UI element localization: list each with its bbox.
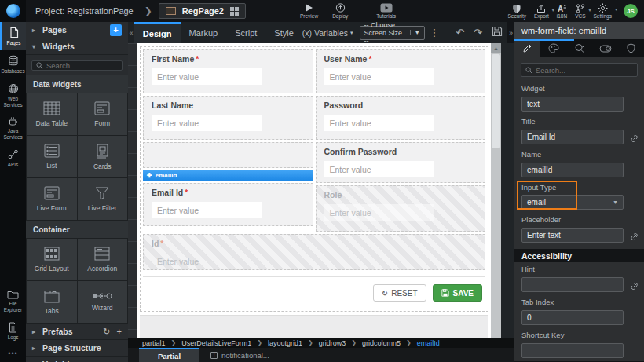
rail-item-java-services[interactable]: Java Services <box>0 112 26 144</box>
deploy-button[interactable]: Deploy <box>332 3 348 19</box>
add-page-button[interactable]: + <box>110 24 122 36</box>
pages-section-header[interactable]: ▸ Pages + <box>26 22 128 38</box>
screen-size-select[interactable]: -- Choose Screen Size -- ▼ <box>360 26 425 40</box>
widget-cards[interactable]: Cards <box>78 136 128 177</box>
user-avatar[interactable]: JS <box>624 4 638 18</box>
widget-data-table[interactable]: Data Table <box>27 93 77 135</box>
breadcrumb-layoutgrid1[interactable]: layoutgrid1 <box>268 339 302 347</box>
undo-button[interactable]: ↶ <box>456 27 464 38</box>
more-options-button[interactable]: ⋮ <box>430 27 440 38</box>
prefabs-section-header[interactable]: ▸ Prefabs ↻+ <box>26 324 128 340</box>
field-confirm-password[interactable]: Confirm Password Enter value <box>316 142 486 183</box>
variables-dropdown[interactable]: (x) Variables ▾ <box>302 28 353 38</box>
rail-item-web-services[interactable]: Web Services <box>0 79 26 112</box>
empty-grid-cell[interactable] <box>143 142 313 168</box>
rail-item-databases[interactable]: Databases <box>0 50 26 79</box>
preview-button[interactable]: Preview <box>300 3 318 19</box>
tab-properties[interactable] <box>514 39 540 57</box>
save-page-button[interactable] <box>492 26 503 39</box>
last-name-input[interactable]: Enter value <box>152 115 262 131</box>
breadcrumb-userdetailsliveform1[interactable]: UserDetailsLiveForm1 <box>181 339 251 347</box>
breadcrumb-emailid[interactable]: emailId <box>417 339 440 347</box>
tab-events[interactable] <box>566 39 592 57</box>
tab-security[interactable] <box>618 39 644 57</box>
input-type-select[interactable]: email ▼ <box>521 195 624 210</box>
tab-style[interactable]: Style <box>265 22 302 43</box>
reset-button[interactable]: ↻ RESET <box>373 284 426 302</box>
widget-live-form[interactable]: Live Form <box>27 178 77 220</box>
add-prefab-button[interactable]: + <box>117 327 122 337</box>
properties-search[interactable] <box>521 63 638 77</box>
widget-accordion[interactable]: Accordion <box>78 239 128 280</box>
app-logo[interactable] <box>0 0 26 22</box>
tab-markup[interactable]: Markup <box>181 22 227 43</box>
user-name-input[interactable]: Enter value <box>324 68 434 85</box>
field-role-hidden[interactable]: Role Enter value <box>316 185 486 232</box>
redo-button[interactable]: ↷ <box>474 27 482 38</box>
tutorials-button[interactable]: Tutorials <box>376 3 396 19</box>
page-footer-area[interactable] <box>140 315 488 338</box>
widget-value-input[interactable] <box>521 97 624 112</box>
widget-search-input[interactable] <box>46 61 117 70</box>
breadcrumb-partial1[interactable]: partial1 <box>142 339 166 347</box>
role-input[interactable]: Enter value <box>324 204 434 221</box>
page-structure-section-header[interactable]: ▸ Page Structure <box>26 340 128 357</box>
refresh-icon[interactable]: ↻ <box>103 327 110 337</box>
bind-title-button[interactable] <box>630 132 639 146</box>
widget-live-filter[interactable]: Live Filter <box>78 178 128 220</box>
tab-design[interactable]: Design <box>134 22 181 43</box>
breadcrumb-gridrow3[interactable]: gridrow3 <box>319 339 346 347</box>
properties-search-input[interactable] <box>536 66 622 75</box>
shortcut-key-value-input[interactable] <box>521 343 624 358</box>
rail-item-pages[interactable]: Pages <box>0 22 26 50</box>
live-form-container[interactable]: First Name* Enter value Last Name Enter … <box>140 46 488 312</box>
save-button[interactable]: SAVE <box>433 284 483 302</box>
id-input[interactable]: Enter value <box>152 253 386 269</box>
rail-item-file-explorer[interactable]: File Explorer <box>0 285 26 317</box>
scrollbar-thumb[interactable] <box>492 54 500 148</box>
i18n-button[interactable]: A i18N <box>557 4 567 19</box>
field-password[interactable]: Password Enter value <box>316 96 486 140</box>
widgets-section-header[interactable]: ▾ Widgets <box>26 38 128 55</box>
pages-grid-icon[interactable] <box>230 7 239 16</box>
hint-value-input[interactable] <box>521 277 624 292</box>
widget-search[interactable] <box>31 60 123 71</box>
widget-list[interactable]: List <box>27 136 77 177</box>
field-email-id[interactable]: Email Id* Enter value <box>143 183 313 226</box>
field-first-name[interactable]: First Name* Enter value <box>143 49 313 93</box>
title-value-input[interactable] <box>521 130 624 144</box>
breadcrumb-gridcolumn5[interactable]: gridcolumn5 <box>362 339 401 347</box>
widget-wizard[interactable]: Wizard <box>78 281 128 323</box>
rail-more-button[interactable]: ••• <box>0 345 26 362</box>
name-value-input[interactable] <box>521 163 624 177</box>
security-button[interactable]: Security <box>507 4 525 19</box>
scroll-up-button[interactable]: ▲ <box>491 43 501 53</box>
settings-button[interactable]: ▾ Settings <box>594 3 613 19</box>
canvas-scrollbar[interactable]: ▲ <box>491 43 501 338</box>
widget-grid-layout[interactable]: Grid Layout <box>27 239 77 280</box>
password-input[interactable]: Enter value <box>324 115 434 131</box>
field-user-name[interactable]: User Name* Enter value <box>316 49 486 93</box>
confirm-password-input[interactable]: Enter value <box>324 161 434 177</box>
vcs-button[interactable]: ▾ VCS <box>575 4 585 19</box>
widget-form[interactable]: Form <box>78 93 128 135</box>
tab-script[interactable]: Script <box>226 22 265 43</box>
bind-hint-button[interactable] <box>630 280 639 294</box>
rail-item-apis[interactable]: APIs <box>0 144 26 172</box>
canvas-page[interactable]: First Name* Enter value Last Name Enter … <box>137 43 491 338</box>
expand-right-panel-button[interactable]: » <box>507 22 514 43</box>
tab-toggle[interactable] <box>592 39 618 57</box>
collapse-left-panel-button[interactable]: « <box>128 29 134 37</box>
export-button[interactable]: ▾ Export <box>534 4 549 19</box>
rail-item-logs[interactable]: Logs <box>0 317 26 345</box>
open-page-tab[interactable]: RegPage2 <box>159 3 246 19</box>
bind-placeholder-button[interactable] <box>630 230 639 244</box>
widget-tabs[interactable]: Tabs <box>27 281 77 323</box>
selected-widget-bar[interactable]: ✚ emailId <box>143 170 313 181</box>
tab-index-value-input[interactable] <box>521 310 624 325</box>
tab-partial[interactable]: Partial <box>139 348 199 362</box>
email-id-input[interactable]: Enter value <box>152 202 262 218</box>
field-last-name[interactable]: Last Name Enter value <box>143 96 313 140</box>
placeholder-value-input[interactable] <box>521 228 624 243</box>
field-id-hidden[interactable]: Id* Enter value <box>143 234 485 270</box>
